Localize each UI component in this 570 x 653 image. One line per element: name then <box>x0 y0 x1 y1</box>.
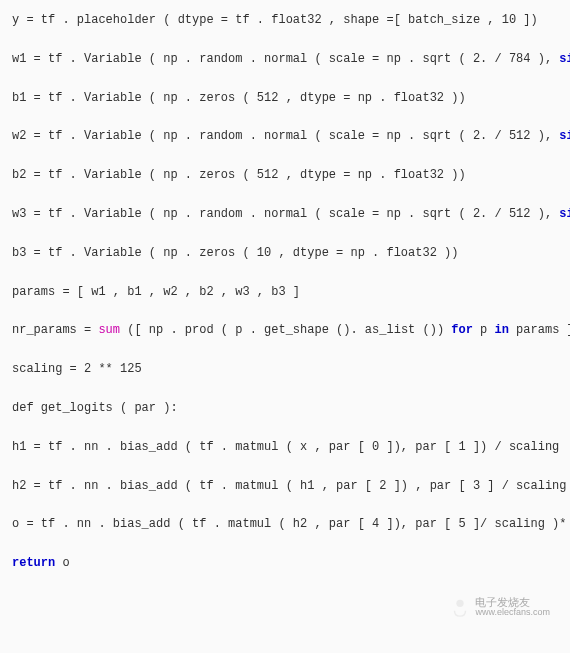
svg-point-0 <box>457 600 464 606</box>
code-token: for <box>451 323 473 337</box>
code-token: o <box>55 556 69 570</box>
code-token: size <box>559 129 570 143</box>
code-token: b2 = tf . Variable ( np . zeros ( 512 , … <box>12 168 466 182</box>
code-token: size <box>559 52 570 66</box>
code-token: nr_params = <box>12 323 98 337</box>
code-token: b1 = tf . Variable ( np . zeros ( 512 , … <box>12 91 466 105</box>
code-block: y = tf . placeholder ( dtype = tf . floa… <box>12 12 558 572</box>
code-line: return o <box>12 555 558 572</box>
code-line: h2 = tf . nn . bias_add ( tf . matmul ( … <box>12 478 558 495</box>
code-line: def get_logits ( par ): <box>12 400 558 417</box>
code-line: h1 = tf . nn . bias_add ( tf . matmul ( … <box>12 439 558 456</box>
watermark: 电子发烧友 www.elecfans.com <box>449 596 550 606</box>
code-token: params = [ w1 , b1 , w2 , b2 , w3 , b3 ] <box>12 285 300 299</box>
code-line: o = tf . nn . bias_add ( tf . matmul ( h… <box>12 516 558 533</box>
code-token: b3 = tf . Variable ( np . zeros ( 10 , d… <box>12 246 458 260</box>
code-line: w1 = tf . Variable ( np . random . norma… <box>12 51 558 68</box>
code-line: w3 = tf . Variable ( np . random . norma… <box>12 206 558 223</box>
code-line: b3 = tf . Variable ( np . zeros ( 10 , d… <box>12 245 558 262</box>
code-token: p <box>473 323 495 337</box>
code-line: params = [ w1 , b1 , w2 , b2 , w3 , b3 ] <box>12 284 558 301</box>
watermark-logo-icon <box>449 596 471 606</box>
code-token: o = tf . nn . bias_add ( tf . matmul ( h… <box>12 517 570 531</box>
code-line: w2 = tf . Variable ( np . random . norma… <box>12 128 558 145</box>
code-line: scaling = 2 ** 125 <box>12 361 558 378</box>
code-token: y = tf . placeholder ( dtype = tf . floa… <box>12 13 538 27</box>
code-token: h2 = tf . nn . bias_add ( tf . matmul ( … <box>12 479 570 493</box>
code-line: nr_params = sum ([ np . prod ( p . get_s… <box>12 322 558 339</box>
code-token: size <box>559 207 570 221</box>
code-line: b1 = tf . Variable ( np . zeros ( 512 , … <box>12 90 558 107</box>
code-token: def get_logits ( par ): <box>12 401 178 415</box>
code-token: return <box>12 556 55 570</box>
code-token: params ]) <box>509 323 570 337</box>
code-line: b2 = tf . Variable ( np . zeros ( 512 , … <box>12 167 558 184</box>
watermark-title: 电子发烧友 <box>475 596 550 606</box>
code-token: h1 = tf . nn . bias_add ( tf . matmul ( … <box>12 440 559 454</box>
code-token: in <box>495 323 509 337</box>
code-token: w3 = tf . Variable ( np . random . norma… <box>12 207 559 221</box>
code-token: ([ np . prod ( p . get_shape (). as_list… <box>120 323 451 337</box>
code-token: sum <box>98 323 120 337</box>
code-line: y = tf . placeholder ( dtype = tf . floa… <box>12 12 558 29</box>
code-token: w2 = tf . Variable ( np . random . norma… <box>12 129 559 143</box>
code-token: w1 = tf . Variable ( np . random . norma… <box>12 52 559 66</box>
code-token: scaling = 2 ** 125 <box>12 362 142 376</box>
